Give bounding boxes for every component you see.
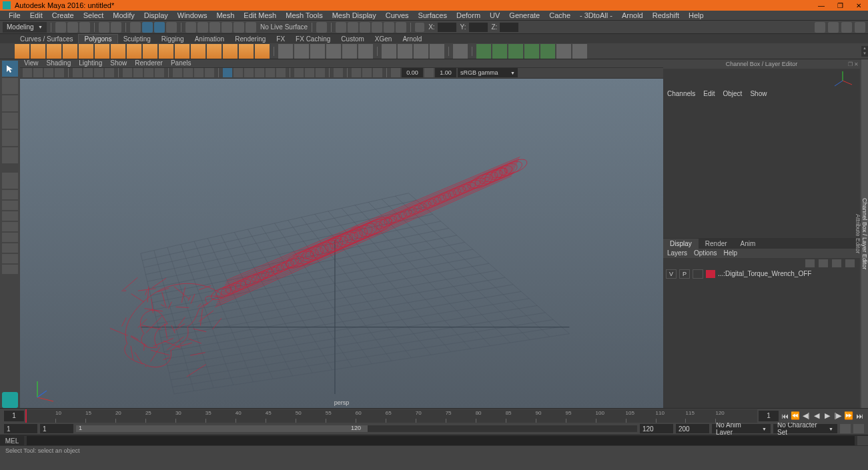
light4-icon[interactable] <box>266 68 275 77</box>
shadows-icon[interactable] <box>173 68 182 77</box>
menu-help[interactable]: Help <box>684 11 709 19</box>
vp-2-icon[interactable] <box>362 68 372 77</box>
close-button[interactable]: ✕ <box>849 0 868 11</box>
shelf-scroll-up-icon[interactable]: ▲ <box>861 46 868 51</box>
menu-display[interactable]: Display <box>139 11 173 19</box>
panel-menu-view[interactable]: View <box>24 59 39 67</box>
layer-menu-options[interactable]: Options <box>694 249 717 257</box>
xray-joints-icon[interactable] <box>194 68 203 77</box>
snap-center-icon[interactable] <box>246 22 256 33</box>
save-scene-icon[interactable] <box>79 22 90 33</box>
menu-mesh-display[interactable]: Mesh Display <box>328 11 381 19</box>
current-frame-field[interactable]: 1 <box>759 411 779 421</box>
select-hierarchy-icon[interactable] <box>130 22 141 33</box>
xyz-toggle-icon[interactable] <box>415 23 424 32</box>
render-settings-icon[interactable] <box>360 22 370 33</box>
snap-plane-icon[interactable] <box>222 22 232 33</box>
panel-dock-icon[interactable]: ❐ <box>848 61 853 67</box>
exposure-icon[interactable] <box>391 68 400 77</box>
side-tab-attribute-editor[interactable]: Attribute Editor <box>855 59 861 408</box>
xray-icon[interactable] <box>183 68 193 77</box>
wireframe-shaded-icon[interactable] <box>205 68 214 77</box>
poly-plane-icon[interactable] <box>95 44 109 59</box>
extract-icon[interactable] <box>310 44 325 59</box>
layout-persp-icon[interactable] <box>2 222 18 231</box>
layer-visibility-toggle[interactable]: V <box>666 269 677 279</box>
menu-windows[interactable]: Windows <box>173 11 212 19</box>
layout-uv-icon[interactable] <box>2 254 18 263</box>
gamma-icon[interactable] <box>424 68 434 77</box>
use-lights-icon[interactable] <box>155 68 164 77</box>
snap-curve-icon[interactable] <box>197 22 208 33</box>
cb-menu-show[interactable]: Show <box>750 90 767 97</box>
viewcube-area[interactable] <box>663 69 860 89</box>
poly-pipe-icon[interactable] <box>175 44 189 59</box>
maximize-button[interactable]: ❐ <box>831 0 849 11</box>
layer-menu-help[interactable]: Help <box>723 249 737 257</box>
rotate-tool-icon[interactable] <box>2 130 18 146</box>
cb-menu-object[interactable]: Object <box>723 90 743 97</box>
wireframe-icon[interactable] <box>123 68 132 77</box>
paint-select-tool-icon[interactable] <box>2 95 18 111</box>
snap-grid-icon[interactable] <box>185 22 196 33</box>
poly-platonic-icon[interactable] <box>127 44 141 59</box>
gamma-input[interactable]: 1.00 <box>435 68 456 77</box>
light2-icon[interactable] <box>244 68 254 77</box>
move-tool-icon[interactable] <box>2 113 18 129</box>
poly-disc-icon[interactable] <box>111 44 125 59</box>
exposure-input[interactable]: 0.00 <box>402 68 423 77</box>
shelf-tab-custom[interactable]: Custom <box>336 35 369 43</box>
time-slider[interactable]: 1 10152025303540455055606570758085909510… <box>0 408 868 423</box>
layout-single-icon[interactable] <box>2 190 18 199</box>
time-ruler[interactable]: 1015202530354045505560657075808590951001… <box>25 409 757 423</box>
play-forward-icon[interactable]: ▶ <box>823 411 832 421</box>
panel-close-icon[interactable]: ✕ <box>854 61 859 67</box>
menu-surfaces[interactable]: Surfaces <box>414 11 452 19</box>
select-multi-icon[interactable] <box>166 22 177 33</box>
shelf-tab-fx[interactable]: FX <box>271 35 290 43</box>
select-tool-icon[interactable] <box>2 61 18 77</box>
colorspace-dropdown[interactable]: sRGB gamma▼ <box>458 68 518 77</box>
menu-modify[interactable]: Modify <box>108 11 139 19</box>
step-forward-icon[interactable]: |▶ <box>833 411 843 421</box>
select-component-icon[interactable] <box>154 22 165 33</box>
construction-history-icon[interactable] <box>316 22 327 33</box>
last-tool-icon[interactable] <box>2 173 18 189</box>
script-editor-icon[interactable] <box>857 436 868 445</box>
layer-menu-layers[interactable]: Layers <box>667 249 687 257</box>
range-slider[interactable]: 1 120 <box>76 425 637 432</box>
poly-gear-icon[interactable] <box>207 44 222 59</box>
layout-hyper-icon[interactable] <box>2 243 18 253</box>
anim-end-field[interactable]: 200 <box>676 424 709 433</box>
tool-settings-toggle-icon[interactable] <box>841 22 852 33</box>
textured-icon[interactable] <box>144 68 153 77</box>
playback-start-field[interactable]: 1 <box>40 424 73 433</box>
shelf-tab-polygons[interactable]: Polygons <box>78 34 117 43</box>
quad-draw-icon[interactable] <box>556 44 571 59</box>
menu-select[interactable]: Select <box>79 11 109 19</box>
panel-menu-lighting[interactable]: Lighting <box>79 59 102 67</box>
shelf-tab-sculpting[interactable]: Sculpting <box>118 35 156 43</box>
undo-icon[interactable] <box>99 22 109 33</box>
command-input[interactable] <box>27 436 855 445</box>
modeling-toolkit-icon[interactable] <box>815 22 825 33</box>
play-back-icon[interactable]: ◀ <box>812 411 821 421</box>
axis-x-input[interactable] <box>438 23 456 32</box>
layer-up-icon[interactable] <box>805 259 815 267</box>
anim-start-field[interactable]: 1 <box>4 424 37 433</box>
cb-menu-channels[interactable]: Channels <box>667 90 695 97</box>
panel-menu-renderer[interactable]: Renderer <box>135 59 163 67</box>
new-scene-icon[interactable] <box>55 22 66 33</box>
panel-menu-shading[interactable]: Shading <box>47 59 71 67</box>
shelf-tab-xgen[interactable]: XGen <box>370 35 398 43</box>
light-editor-icon[interactable] <box>396 22 406 33</box>
menu-edit[interactable]: Edit <box>25 11 47 19</box>
layer-display-type[interactable] <box>693 269 703 279</box>
multicut-icon[interactable] <box>453 44 468 59</box>
layer-playback-toggle[interactable]: P <box>679 269 690 279</box>
step-forward-key-icon[interactable]: ⏩ <box>844 411 853 421</box>
aa-icon[interactable] <box>316 68 325 77</box>
layer-name[interactable]: ...:Digital_Torque_Wrench_OFF <box>718 270 811 277</box>
anim-layer-dropdown[interactable]: No Anim Layer▼ <box>712 424 771 433</box>
live-surface-label[interactable]: No Live Surface <box>258 23 308 31</box>
